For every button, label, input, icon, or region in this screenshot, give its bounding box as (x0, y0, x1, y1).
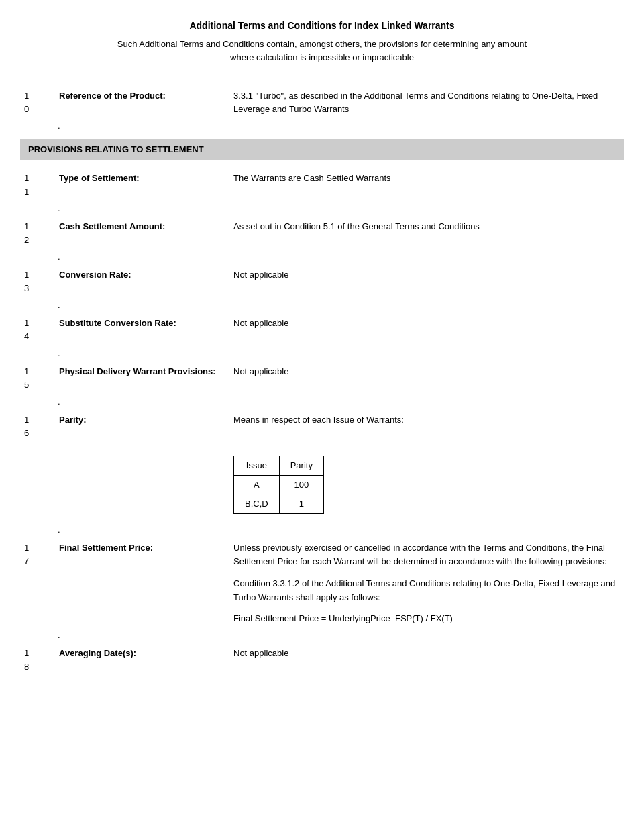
cash-settlement-value: As set out in Condition 5.1 of the Gener… (228, 217, 624, 249)
substitute-conversion-value: Not applicable (228, 314, 624, 346)
row-num-1d: 1 (24, 268, 50, 282)
row-dot-11: . (20, 203, 624, 215)
final-settlement-value-area: Unless previously exercised or cancelled… (228, 539, 624, 628)
row-num-8: 8 (24, 660, 50, 674)
row-numbers-10: 1 0 (20, 87, 54, 118)
parity-issue-bcd: B,C,D (234, 494, 280, 514)
row-numbers-16: 1 6 (20, 411, 54, 442)
parity-col-issue-header: Issue (234, 456, 280, 476)
row-dot-16: . (20, 525, 624, 536)
product-reference-value: 3.3.1 "Turbo", as described in the Addit… (228, 87, 624, 118)
row-num-1h: 1 (24, 541, 50, 555)
parity-value-bcd: 1 (279, 494, 323, 514)
row-numbers-14: 1 4 (20, 314, 54, 346)
row-num-1: 1 (24, 89, 50, 103)
row-numbers-11: 1 1 (20, 169, 54, 201)
product-reference-label: Reference of the Product: (54, 87, 228, 118)
prov-16-spacer-num (20, 448, 54, 522)
row-num-7: 7 (24, 554, 50, 568)
row-numbers-18: 1 8 (20, 644, 54, 676)
prov-17-row: 1 7 Final Settlement Price: Unless previ… (20, 536, 624, 631)
row-dot-12: . (20, 252, 624, 263)
conversion-rate-value: Not applicable (228, 266, 624, 297)
row-num-1f: 1 (24, 365, 50, 378)
row-num-1e: 1 (24, 317, 50, 330)
header-title: Additional Terms and Conditions for Inde… (20, 20, 624, 31)
row-numbers-12: 1 2 (20, 217, 54, 249)
row-dot-15: . (20, 397, 624, 408)
header-description: Such Additional Terms and Conditions con… (114, 38, 530, 64)
row-num-3: 3 (24, 282, 50, 295)
row-num-6: 6 (24, 427, 50, 440)
row-num-1b: 1 (24, 185, 50, 199)
prov-18-block: 1 8 Averaging Date(s): Not applicable (20, 641, 624, 678)
prov-16-table-row: Issue Parity A 100 B,C,D 1 (20, 445, 624, 525)
prov-16-spacer-label (54, 448, 228, 522)
substitute-conversion-label: Substitute Conversion Rate: (54, 314, 228, 346)
final-settlement-formula: Final Settlement Price = UnderlyingPrice… (233, 612, 619, 625)
row-num-1i: 1 (24, 647, 50, 660)
parity-data-row-1: A 100 (234, 475, 324, 494)
product-reference-row: 1 0 Reference of the Product: 3.3.1 "Tur… (20, 84, 624, 121)
row-num-5: 5 (24, 378, 50, 392)
cash-settlement-label: Cash Settlement Amount: (54, 217, 228, 249)
parity-header-row: Issue Parity (234, 456, 324, 476)
row-num-1g: 1 (24, 413, 50, 427)
final-settlement-text-1: Unless previously exercised or cancelled… (233, 541, 619, 570)
prov-11-block: 1 1 Type of Settlement: The Warrants are… (20, 166, 624, 215)
page: Additional Terms and Conditions for Inde… (0, 0, 644, 692)
row-numbers-15: 1 5 (20, 362, 54, 394)
parity-table: Issue Parity A 100 B,C,D 1 (233, 456, 324, 514)
parity-issue-a: A (234, 475, 280, 494)
prov-12-block: 1 2 Cash Settlement Amount: As set out i… (20, 215, 624, 263)
row-num-1a: 1 (24, 172, 50, 185)
prov-15-block: 1 5 Physical Delivery Warrant Provisions… (20, 360, 624, 408)
row-dot-14: . (20, 348, 624, 360)
physical-delivery-value: Not applicable (228, 362, 624, 394)
conversion-rate-label: Conversion Rate: (54, 266, 228, 297)
parity-table-area: Issue Parity A 100 B,C,D 1 (228, 448, 624, 522)
row-num-1c: 1 (24, 220, 50, 233)
parity-value-area: Means in respect of each Issue of Warran… (228, 411, 624, 442)
row-numbers-17: 1 7 (20, 539, 54, 628)
row-num-2: 2 (24, 233, 50, 247)
type-of-settlement-label: Type of Settlement: (54, 169, 228, 201)
final-settlement-label: Final Settlement Price: (54, 539, 228, 628)
final-settlement-text-2: Condition 3.3.1.2 of the Additional Term… (233, 577, 619, 605)
parity-prefix: Means in respect of each Issue of Warran… (233, 413, 619, 427)
prov-17-block: 1 7 Final Settlement Price: Unless previ… (20, 536, 624, 642)
prov-18-row: 1 8 Averaging Date(s): Not applicable (20, 641, 624, 678)
prov-12-row: 1 2 Cash Settlement Amount: As set out i… (20, 215, 624, 252)
averaging-dates-label: Averaging Date(s): (54, 644, 228, 676)
parity-value-a: 100 (279, 475, 323, 494)
prov-11-row: 1 1 Type of Settlement: The Warrants are… (20, 166, 624, 203)
row-dot-17: . (20, 630, 624, 641)
row-dot-10: . (20, 121, 624, 132)
prov-16-row: 1 6 Parity: Means in respect of each Iss… (20, 408, 624, 445)
product-reference-block: 1 0 Reference of the Product: 3.3.1 "Tur… (20, 84, 624, 132)
prov-13-row: 1 3 Conversion Rate: Not applicable (20, 263, 624, 300)
prov-13-block: 1 3 Conversion Rate: Not applicable . (20, 263, 624, 311)
row-num-0: 0 (24, 103, 50, 116)
prov-15-row: 1 5 Physical Delivery Warrant Provisions… (20, 360, 624, 397)
prov-14-block: 1 4 Substitute Conversion Rate: Not appl… (20, 311, 624, 360)
type-of-settlement-value: The Warrants are Cash Settled Warrants (228, 169, 624, 201)
parity-data-row-2: B,C,D 1 (234, 494, 324, 514)
row-numbers-13: 1 3 (20, 266, 54, 297)
row-dot-13: . (20, 300, 624, 311)
prov-14-row: 1 4 Substitute Conversion Rate: Not appl… (20, 311, 624, 348)
parity-label: Parity: (54, 411, 228, 442)
parity-col-parity-header: Parity (279, 456, 323, 476)
prov-16-block: 1 6 Parity: Means in respect of each Iss… (20, 408, 624, 536)
averaging-dates-value: Not applicable (228, 644, 624, 676)
header-section: Additional Terms and Conditions for Inde… (20, 13, 624, 70)
physical-delivery-label: Physical Delivery Warrant Provisions: (54, 362, 228, 394)
row-num-4: 4 (24, 330, 50, 344)
provisions-section-header: PROVISIONS RELATING TO SETTLEMENT (20, 139, 624, 160)
